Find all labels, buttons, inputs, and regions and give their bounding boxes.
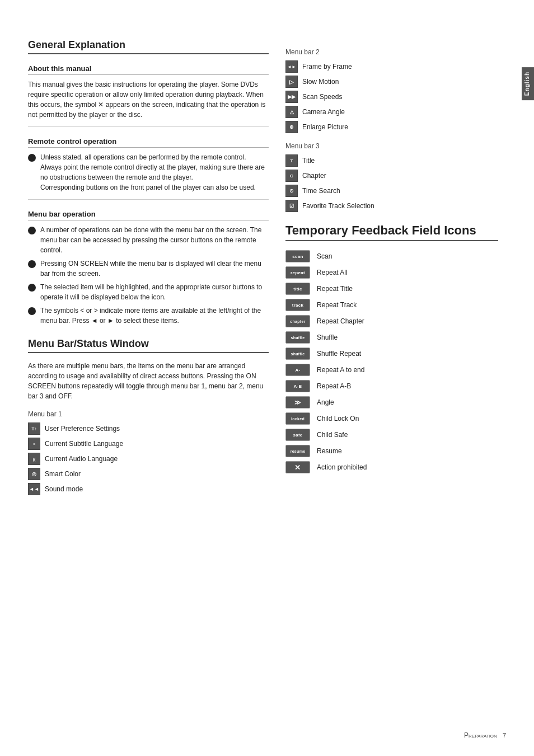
sound-mode-icon: ◄◄ [28, 483, 40, 495]
tfi-item-angle: ≫ Angle [285, 396, 498, 408]
tfi-items-list: scan Scan repeat Repeat All title Repeat… [285, 250, 498, 473]
page: English General Explanation About this m… [0, 0, 534, 756]
menubar3-item-0-text: Title [302, 157, 315, 165]
chapter-icon: C [285, 170, 298, 182]
about-subtitle: About this manual [28, 64, 269, 75]
menubar2-item-1: ▷ Slow Motion [285, 76, 498, 88]
tfi-title-icon: title [285, 283, 310, 295]
menubar-bullet-1: A number of operations can be done with … [28, 225, 269, 255]
audio-icon: (( [28, 453, 40, 465]
title-icon: T [285, 154, 298, 167]
tfi-action-prohibited-text: Action prohibited [317, 463, 367, 471]
tfi-item-repeat-title: title Repeat Title [285, 283, 498, 295]
menubar1-item-2-text: Current Audio Language [45, 455, 118, 463]
menubar3-item-2-text: Time Search [302, 187, 340, 195]
tfi-item-shuffle-repeat: shuffle Shuffle Repeat [285, 348, 498, 360]
status-window-para: As there are multiple menu bars, the ite… [28, 361, 269, 401]
tfi-item-action-prohibited: ✕ Action prohibited [285, 461, 498, 473]
menubar1-item-1: ≡ Current Subtitle Language [28, 438, 269, 450]
user-pref-icon: T↑ [28, 422, 40, 435]
tfi-shuffle-text: Shuffle [317, 334, 338, 341]
tfi-repeat-icon: repeat [285, 266, 310, 279]
tfi-repeat-track-text: Repeat Track [317, 301, 357, 309]
tfi-repeat-all-text: Repeat All [317, 269, 348, 276]
frame-by-frame-icon: ◄► [285, 60, 298, 73]
tfi-item-child-safe: safe Child Safe [285, 429, 498, 441]
menubar-subtitle: Menu bar operation [28, 210, 269, 220]
footer-preparation-label: Preparation [464, 731, 497, 739]
tfi-shuffle-repeat-text: Shuffle Repeat [317, 350, 361, 358]
menubar2-item-4: ⊕ Enlarge Picture [285, 121, 498, 133]
menubar2-item-3-text: Camera Angle [302, 108, 345, 116]
tfi-item-repeat-a-to-end: A- Repeat A to end [285, 364, 498, 376]
tfi-scan-icon: scan [285, 250, 310, 262]
tfi-child-lock-on-text: Child Lock On [317, 415, 359, 422]
menubar2-item-1-text: Slow Motion [302, 78, 339, 86]
tfi-child-safe-text: Child Safe [317, 431, 348, 439]
general-explanation-title: General Explanation [28, 39, 269, 54]
menubar2-label: Menu bar 2 [285, 48, 498, 56]
tfi-ab-icon: A-B [285, 380, 310, 392]
menubar1-items: T↑ User Preference Settings ≡ Current Su… [28, 422, 269, 495]
scan-speeds-icon: ▶▶ [285, 91, 298, 103]
menubar2-items: ◄► Frame by Frame ▷ Slow Motion ▶▶ Scan … [285, 60, 498, 133]
menubar1-item-3: ◎ Smart Color [28, 468, 269, 480]
tfi-repeat-a-to-end-text: Repeat A to end [317, 366, 364, 374]
menubar1-label: Menu bar 1 [28, 410, 269, 418]
tfi-angle-icon: ≫ [285, 396, 310, 408]
menubar3-item-0: T Title [285, 154, 498, 167]
menubar3-items: T Title C Chapter ⊙ Time Search ☑ Favori… [285, 154, 498, 212]
menubar1-item-1-text: Current Subtitle Language [45, 440, 123, 448]
side-tab: English [522, 67, 534, 100]
bullet-dot-5 [28, 307, 36, 315]
remote-bullet-list: Unless stated, all operations can be per… [28, 152, 269, 192]
tfi-item-scan: scan Scan [285, 250, 498, 262]
menubar1-item-4: ◄◄ Sound mode [28, 483, 269, 495]
menubar2-item-0-text: Frame by Frame [302, 63, 352, 71]
status-window-title: Menu Bar/Status Window [28, 338, 269, 353]
enlarge-picture-icon: ⊕ [285, 121, 298, 133]
bullet-dot-2 [28, 227, 36, 234]
slow-motion-icon: ▷ [285, 76, 298, 88]
menubar-bullet-2: Pressing ON SCREEN while the menu bar is… [28, 259, 269, 279]
menubar3-label: Menu bar 3 [285, 142, 498, 150]
tfi-item-repeat-track: track Repeat Track [285, 299, 498, 311]
about-para: This manual gives the basic instructions… [28, 79, 269, 120]
remote-subtitle: Remote control operation [28, 137, 269, 148]
tfi-repeat-ab-text: Repeat A-B [317, 382, 351, 390]
divider-2 [28, 199, 269, 200]
menubar2-item-4-text: Enlarge Picture [302, 123, 348, 131]
menubar1-item-3-text: Smart Color [45, 470, 81, 478]
menubar1-item-4-text: Sound mode [45, 485, 83, 493]
bullet-dot [28, 154, 36, 162]
tfi-prohibited-icon: ✕ [285, 461, 310, 473]
tfi-resume-icon: resume [285, 445, 310, 457]
bullet-dot-3 [28, 260, 36, 268]
tfi-track-icon: track [285, 299, 310, 311]
tfi-item-child-lock-on: locked Child Lock On [285, 412, 498, 425]
menubar1-item-0-text: User Preference Settings [45, 425, 120, 433]
tfi-resume-text: Resume [317, 447, 342, 455]
menubar1-item-2: (( Current Audio Language [28, 453, 269, 465]
remote-bullet-1: Unless stated, all operations can be per… [28, 152, 269, 192]
tfi-angle-text: Angle [317, 398, 334, 406]
menubar2-item-2: ▶▶ Scan Speeds [285, 91, 498, 103]
tfi-shuffle-repeat-icon: shuffle [285, 348, 310, 360]
tfi-repeat-title-text: Repeat Title [317, 285, 353, 293]
tfi-safe-icon: safe [285, 429, 310, 441]
tfi-shuffle-icon: shuffle [285, 331, 310, 344]
tfi-item-repeat-all: repeat Repeat All [285, 266, 498, 279]
menubar-bullet-list: A number of operations can be done with … [28, 225, 269, 326]
tfi-chapter-icon: chapter [285, 315, 310, 327]
smart-color-icon: ◎ [28, 468, 40, 480]
menubar-bullet-3: The selected item will be highlighted, a… [28, 282, 269, 302]
menubar2-item-3: △ Camera Angle [285, 106, 498, 118]
subtitle-icon: ≡ [28, 438, 40, 450]
time-search-icon: ⊙ [285, 185, 298, 197]
menubar3-item-1: C Chapter [285, 170, 498, 182]
tfi-item-resume: resume Resume [285, 445, 498, 457]
bullet-dot-4 [28, 284, 36, 292]
menubar2-item-0: ◄► Frame by Frame [285, 60, 498, 73]
menubar3-item-3-text: Favorite Track Selection [302, 202, 374, 210]
menubar3-item-3: ☑ Favorite Track Selection [285, 200, 498, 212]
